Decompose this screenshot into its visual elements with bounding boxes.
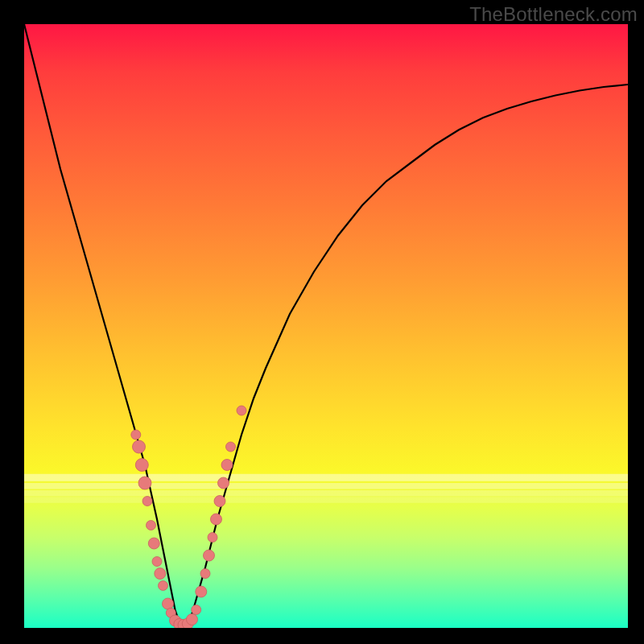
data-point (152, 557, 162, 567)
data-point (200, 569, 210, 579)
chart-frame: TheBottleneck.com (0, 0, 644, 644)
data-point (196, 586, 207, 597)
data-point (131, 430, 141, 440)
svg-rect-2 (24, 490, 628, 497)
bottleneck-curve (24, 24, 628, 628)
plot-area (24, 24, 628, 628)
data-point (148, 538, 159, 549)
data-point (163, 598, 174, 609)
svg-rect-3 (24, 497, 628, 503)
data-point (208, 533, 217, 543)
data-point (142, 497, 152, 506)
data-point (218, 477, 229, 489)
data-point (147, 521, 156, 530)
data-point (211, 514, 222, 525)
data-point (237, 406, 246, 415)
data-points (131, 406, 246, 628)
data-point (135, 459, 148, 472)
data-point (155, 568, 166, 580)
data-point (204, 550, 215, 561)
data-point (138, 477, 151, 489)
watermark-text: TheBottleneck.com (469, 3, 638, 26)
data-point (192, 605, 201, 615)
data-point (214, 496, 225, 507)
data-point (187, 614, 198, 625)
data-point (221, 460, 233, 471)
data-point (159, 581, 168, 591)
chart-svg (24, 24, 628, 628)
data-point (226, 442, 236, 452)
data-point (133, 440, 146, 453)
highlight-bands (24, 474, 628, 503)
svg-rect-0 (24, 474, 628, 481)
svg-rect-1 (24, 483, 628, 489)
